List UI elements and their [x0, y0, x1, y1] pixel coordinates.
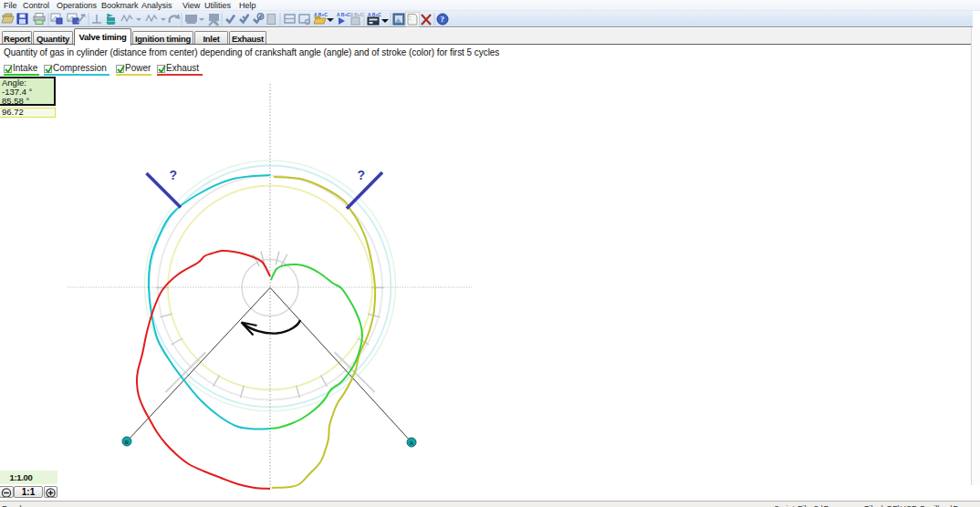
svg-text:B: B: [125, 440, 130, 445]
svg-text:A: A: [410, 440, 414, 446]
svg-text:?: ?: [170, 168, 178, 182]
svg-text:?: ?: [358, 168, 366, 182]
